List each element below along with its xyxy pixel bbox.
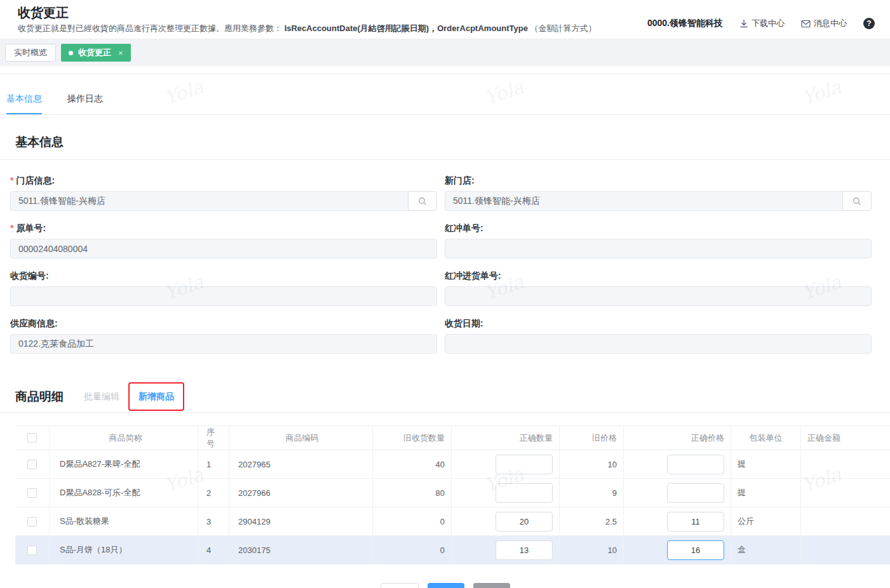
col-old-qty: 旧收货数量 [373, 426, 452, 450]
supplier-input[interactable] [10, 334, 437, 354]
field-store: *门店信息: [10, 175, 437, 211]
new-qty-input[interactable] [496, 483, 553, 503]
download-center-link[interactable]: 下载中心 [739, 18, 785, 29]
close-tab-icon[interactable]: × [118, 48, 123, 58]
page-title: 收货更正 [18, 5, 597, 20]
add-product-button[interactable]: 新增商品 [138, 391, 174, 401]
search-icon [418, 197, 427, 206]
footer-actions: 返回 确认 取消 [0, 565, 890, 588]
field-store-label: *门店信息: [10, 175, 437, 187]
col-name: 商品简称 [50, 426, 198, 450]
new-qty-input[interactable] [496, 540, 553, 560]
cell-amount [801, 536, 890, 564]
cell-old-price: 9 [560, 479, 624, 507]
tab-operation-log[interactable]: 操作日志 [67, 93, 103, 114]
table-row[interactable]: S品-散装糖果 3 2904129 0 2.5 公斤 [15, 507, 890, 536]
cell-name: D聚品A828-可乐-全配 [50, 479, 198, 507]
cell-name: S品-月饼（18只） [50, 536, 198, 564]
field-supplier-label: 供应商信息: [10, 318, 437, 330]
cell-old-price: 2.5 [560, 507, 624, 535]
new-qty-input[interactable] [496, 455, 553, 474]
row-checkbox[interactable] [27, 545, 37, 555]
confirm-button[interactable]: 确认 [428, 583, 464, 588]
cell-amount [801, 450, 890, 478]
cell-code: 2027966 [229, 479, 373, 507]
active-dot-icon [69, 51, 73, 55]
envelope-icon [801, 20, 811, 28]
workspace-tabbar: 实时概览 收货更正 × [0, 39, 890, 66]
cell-name: S品-散装糖果 [50, 507, 198, 535]
col-new-qty: 正确数量 [452, 426, 560, 450]
cell-code: 2027965 [229, 450, 373, 478]
cell-unit: 盒 [731, 536, 801, 564]
new-price-input[interactable] [667, 512, 724, 531]
receipt-no-input[interactable] [10, 286, 437, 306]
basic-info-form: *门店信息: 新门店: [0, 160, 890, 366]
cell-old-qty: 40 [373, 450, 452, 478]
field-receipt-date-label: 收货日期: [445, 318, 872, 330]
original-no-input[interactable] [10, 239, 437, 258]
product-detail-header: 商品明细 批量编辑 新增商品 [15, 382, 890, 411]
select-all-checkbox[interactable] [27, 433, 37, 443]
subtitle-tail: （金額計算方式） [530, 23, 597, 33]
field-receipt-no-label: 收货编号: [10, 271, 437, 282]
page-header-left: 收货更正 收货更正就是對已經收貨的商品進行再次整理更正數據。應用業務參數： Is… [18, 5, 597, 32]
help-icon[interactable]: ? [863, 18, 875, 29]
new-price-input[interactable] [667, 483, 724, 503]
new-store-search-button[interactable] [842, 191, 872, 211]
cell-seq: 3 [198, 507, 229, 535]
col-seq: 序号 [198, 426, 229, 450]
page-subtitle: 收货更正就是對已經收貨的商品進行再次整理更正數據。應用業務參數： IsRecAc… [18, 23, 597, 34]
field-original-no: *原单号: [10, 223, 437, 258]
row-checkbox[interactable] [27, 517, 37, 526]
table-row[interactable]: D聚品A827-果啤-全配 1 2027965 40 10 提 [15, 450, 890, 479]
tab-realtime-overview[interactable]: 实时概览 [5, 44, 56, 62]
new-store-input[interactable] [445, 191, 842, 211]
detail-tabs: 基本信息 操作日志 [0, 74, 890, 115]
panel-divider [0, 66, 890, 74]
back-button[interactable]: 返回 [381, 583, 419, 588]
field-redflush-purchase-no-label: 红冲进货单号: [445, 271, 872, 282]
cancel-button[interactable]: 取消 [473, 583, 510, 588]
annotation-box: 新增商品 [128, 382, 184, 411]
cell-old-qty: 80 [373, 479, 452, 507]
subtitle-text: 收货更正就是對已經收貨的商品進行再次整理更正數據。應用業務參數： [18, 23, 282, 33]
tab-realtime-overview-label: 实时概览 [14, 47, 47, 58]
cell-seq: 1 [198, 450, 229, 478]
redflush-no-input[interactable] [445, 239, 872, 258]
row-checkbox[interactable] [27, 460, 37, 469]
table-row-selected[interactable]: S品-月饼（18只） 4 2030175 0 10 盒 [15, 536, 890, 565]
store-search-button[interactable] [408, 191, 437, 211]
field-supplier: 供应商信息: [10, 318, 437, 354]
field-new-store: 新门店: [445, 175, 872, 211]
cell-amount [801, 479, 890, 507]
cell-old-price: 10 [560, 536, 624, 564]
cell-unit: 公斤 [731, 507, 801, 535]
main-panel: 基本信息 操作日志 基本信息 *门店信息: 新门店: [0, 66, 890, 588]
product-detail-title: 商品明细 [15, 389, 64, 405]
cell-code: 2030175 [229, 536, 373, 564]
tab-basic-info[interactable]: 基本信息 [6, 93, 42, 114]
field-original-no-label: *原单号: [10, 223, 437, 234]
cell-seq: 4 [198, 536, 229, 564]
product-table: 商品简称 序号 商品编码 旧收货数量 正确数量 旧价格 正确价格 包装单位 正确… [15, 425, 890, 565]
new-price-input-focused[interactable] [667, 540, 724, 560]
cell-unit: 提 [731, 450, 801, 478]
company-name[interactable]: 0000.领锋智能科技 [647, 18, 723, 29]
new-price-input[interactable] [667, 455, 724, 474]
new-qty-input[interactable] [496, 512, 553, 531]
batch-edit-button[interactable]: 批量编辑 [84, 391, 119, 403]
message-center-link[interactable]: 消息中心 [801, 18, 847, 29]
field-redflush-no: 红冲单号: [445, 223, 872, 258]
header-actions: 0000.领锋智能科技 下载中心 消息中心 ? [647, 5, 875, 32]
row-checkbox[interactable] [27, 488, 37, 498]
table-row[interactable]: D聚品A828-可乐-全配 2 2027966 80 9 提 [15, 479, 890, 507]
col-new-price: 正确价格 [624, 426, 731, 450]
store-input[interactable] [10, 191, 408, 211]
cell-old-price: 10 [560, 450, 624, 478]
section-divider [0, 412, 890, 413]
required-asterisk: * [10, 223, 13, 233]
redflush-purchase-no-input[interactable] [445, 286, 872, 306]
tab-receipt-correction[interactable]: 收货更正 × [61, 44, 131, 62]
receipt-date-input[interactable] [445, 334, 872, 354]
